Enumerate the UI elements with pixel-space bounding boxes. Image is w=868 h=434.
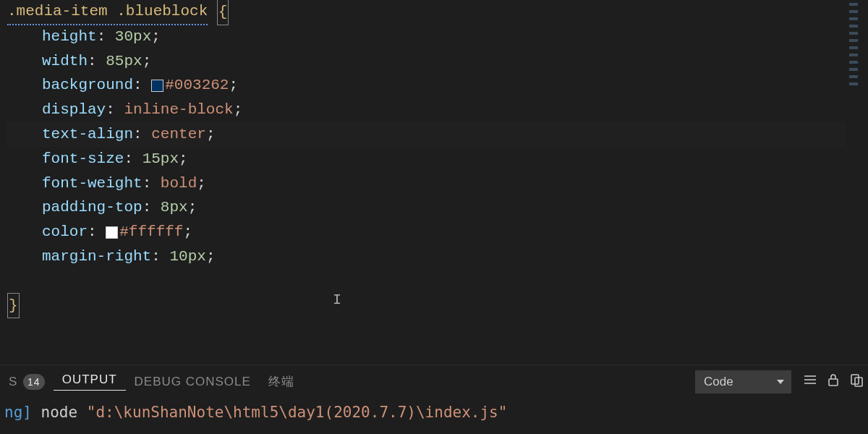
code-line[interactable]: background: #003262; <box>7 73 845 98</box>
color-swatch-icon[interactable] <box>151 80 163 92</box>
css-property: font-size <box>42 147 124 171</box>
clear-output-icon[interactable] <box>799 373 822 391</box>
css-property: font-weight <box>42 171 142 196</box>
code-line-blank[interactable] <box>7 269 845 294</box>
open-log-icon[interactable] <box>845 373 868 391</box>
tab-problems[interactable]: S 14 <box>0 374 54 390</box>
code-line[interactable]: height: 30px; <box>7 25 845 49</box>
tab-debug-console[interactable]: DEBUG CONSOLE <box>126 375 260 389</box>
minimap[interactable] <box>846 0 868 365</box>
css-property: display <box>42 98 106 122</box>
code-line[interactable]: display: inline-block; <box>7 98 845 122</box>
css-value: 85px <box>106 49 142 74</box>
code-line[interactable]: } <box>7 294 845 318</box>
css-property: text-align <box>42 122 133 147</box>
code-editor[interactable]: .media-item .blueblock { height: 30px;wi… <box>0 0 845 365</box>
css-property: height <box>42 25 97 49</box>
css-property: color <box>42 220 88 244</box>
css-property: background <box>42 73 133 98</box>
css-value: 15px <box>142 147 179 171</box>
css-property: margin-right <box>42 244 151 269</box>
css-value: 30px <box>115 25 151 49</box>
output-channel-dropdown[interactable]: Code <box>695 370 791 393</box>
css-value: 10px <box>169 244 205 269</box>
code-line[interactable]: .media-item .blueblock { <box>7 0 845 25</box>
css-property: width <box>42 49 88 74</box>
css-selector: .media-item .blueblock <box>7 0 208 25</box>
code-line[interactable]: font-size: 15px; <box>7 147 845 171</box>
code-line[interactable]: text-align: center; <box>7 122 845 147</box>
css-value: inline-block <box>124 98 233 122</box>
code-line[interactable]: padding-top: 8px; <box>7 195 845 220</box>
css-value: center <box>151 122 206 147</box>
css-value: 8px <box>161 195 188 220</box>
tab-output[interactable]: OUTPUT <box>54 373 126 391</box>
code-line[interactable]: margin-right: 10px; <box>7 244 845 269</box>
close-brace: } <box>7 293 20 319</box>
lock-scroll-icon[interactable] <box>822 373 845 391</box>
css-value: bold <box>161 171 197 196</box>
problems-count-badge: 14 <box>23 374 45 390</box>
code-line[interactable]: font-weight: bold; <box>7 171 845 196</box>
code-line-blank[interactable] <box>7 318 845 342</box>
css-property: padding-top <box>42 195 142 220</box>
css-value: #ffffff <box>119 220 183 244</box>
tab-terminal[interactable]: 终端 <box>260 373 303 390</box>
output-path: "d:\kunShanNote\html5\day1(2020.7.7)\ind… <box>87 404 508 421</box>
output-channel-select[interactable]: Code <box>695 370 791 393</box>
panel-tab-bar: S 14 OUTPUT DEBUG CONSOLE 终端 Code <box>0 365 868 398</box>
open-brace: { <box>217 0 229 25</box>
code-line[interactable]: color: #ffffff; <box>7 220 845 244</box>
color-swatch-icon[interactable] <box>106 226 118 239</box>
text-cursor: I <box>333 288 340 304</box>
output-tag: ng] <box>4 404 32 421</box>
svg-rect-3 <box>829 379 838 386</box>
output-panel-content[interactable]: ng] node "d:\kunShanNote\html5\day1(2020… <box>0 398 868 434</box>
css-value: #003262 <box>165 73 229 98</box>
code-line[interactable]: width: 85px; <box>7 49 845 74</box>
